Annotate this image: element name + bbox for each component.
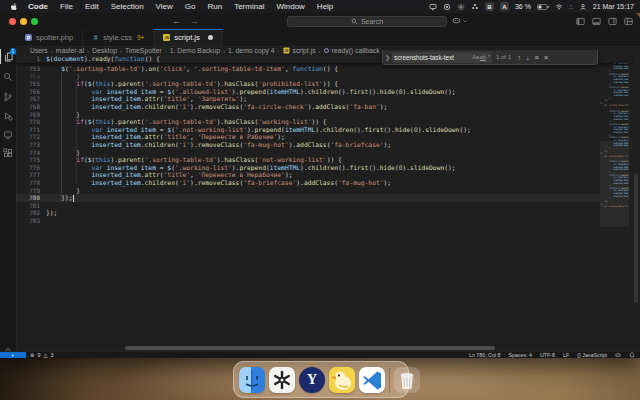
gear-icon[interactable] — [457, 3, 465, 11]
breadcrumb-item[interactable]: 1. Demo Backup — [170, 47, 220, 54]
app-b-icon[interactable]: B — [485, 2, 494, 11]
copilot-menu[interactable] — [452, 16, 468, 25]
code-row-782[interactable]: 782}); — [16, 209, 600, 217]
input-source-icon[interactable]: A — [500, 2, 509, 11]
close-window-button[interactable] — [9, 18, 16, 25]
remote-indicator[interactable] — [0, 352, 26, 358]
fan-icon[interactable] — [471, 3, 479, 11]
code-row-773[interactable]: 773 inserted_item.children('i').removeCl… — [16, 141, 600, 149]
toggle-panel-icon[interactable] — [592, 17, 601, 26]
code-row-777[interactable]: 777 inserted_item.attr('title', 'Перенес… — [16, 171, 600, 179]
match-case-toggle[interactable]: Aa — [472, 54, 478, 60]
toggle-sidebar-left-icon[interactable] — [576, 17, 585, 26]
code-row-767[interactable]: 767 inserted_item.attr('title', 'Запрети… — [16, 95, 600, 103]
minimize-window-button[interactable] — [20, 18, 27, 25]
menubar-item-run[interactable]: Run — [201, 2, 228, 11]
activity-item-remote-explorer[interactable] — [0, 127, 16, 142]
breadcrumb-item[interactable]: script.js — [293, 47, 316, 54]
go-back-icon[interactable]: ← — [172, 16, 181, 26]
display-icon[interactable] — [429, 3, 437, 11]
menubar-item-window[interactable]: Window — [270, 2, 310, 11]
menubar-item-help[interactable]: Help — [311, 2, 339, 11]
code-row-774[interactable]: 774 } — [16, 149, 600, 157]
control-center-icon[interactable] — [443, 3, 451, 11]
status-item-utf-8[interactable]: UTF-8 — [540, 352, 555, 358]
customize-layout-icon[interactable] — [624, 17, 633, 26]
hidden-icons-icon[interactable]: ∴ — [569, 3, 573, 10]
code-row-753[interactable]: 753 $('.sorting-table-td').on('click', '… — [16, 65, 600, 73]
status-item-ln-780-col-8[interactable]: Ln 780, Col 8 — [469, 352, 501, 358]
code-row-776[interactable]: 776 var inserted_item = $('.working-list… — [16, 164, 600, 172]
line-number: 1 — [16, 55, 46, 63]
dock-item-yandex-browser[interactable]: Y — [299, 367, 325, 393]
dock-item-vscode[interactable] — [359, 367, 385, 393]
activity-item-search[interactable] — [0, 69, 16, 84]
dock-item-cyberduck[interactable] — [329, 367, 355, 393]
activity-item-run-debug[interactable] — [0, 108, 16, 123]
menubar-item-selection[interactable]: Selection — [105, 2, 150, 11]
dock-item-trash[interactable] — [394, 367, 420, 393]
toggle-sidebar-right-icon[interactable] — [608, 17, 617, 26]
tab-style-css[interactable]: #style.css9+ — [83, 29, 154, 46]
code-row-764[interactable]: 764 } — [16, 73, 600, 81]
vertical-scrollbar[interactable] — [633, 55, 639, 345]
previous-match-icon[interactable]: ↑ — [518, 54, 522, 61]
find-in-selection-icon[interactable]: ≡ — [535, 54, 539, 61]
breadcrumb-item[interactable]: Desktop — [92, 47, 117, 54]
breadcrumb-item[interactable]: Users — [30, 47, 48, 54]
code-row-771[interactable]: 771 var inserted_item = $('.not-working-… — [16, 126, 600, 134]
regex-toggle[interactable]: .* — [487, 54, 490, 60]
menubar-item-code[interactable]: Code — [22, 2, 54, 11]
horizontal-scrollbar-thumb[interactable] — [125, 346, 495, 350]
user-icon[interactable] — [579, 3, 587, 11]
code-row-778[interactable]: 778 inserted_item.children('i').removeCl… — [16, 179, 600, 187]
wifi-icon[interactable] — [555, 3, 563, 11]
tab-script-js[interactable]: JSscript.js — [154, 29, 222, 46]
copilot-icon[interactable] — [615, 352, 621, 358]
command-center-search[interactable]: Search — [287, 16, 447, 27]
breadcrumb-item[interactable]: 1. demo copy 4 — [228, 47, 274, 54]
menubar-item-file[interactable]: File — [54, 2, 79, 11]
activity-item-extensions[interactable] — [0, 145, 16, 160]
code-row-770[interactable]: 770 if($(this).parent('.sorting-table-td… — [16, 118, 600, 126]
code-row-765[interactable]: 765 if($(this).parent('.sorting-table-td… — [16, 80, 600, 88]
code-row-783[interactable]: 783 — [16, 217, 600, 225]
breadcrumb-item[interactable]: TimeSpotter — [125, 47, 162, 54]
status-item-lf[interactable]: LF — [563, 352, 569, 358]
toggle-replace-icon[interactable]: ❯ — [383, 54, 392, 61]
menubar-item-go[interactable]: Go — [179, 2, 202, 11]
code-row-769[interactable]: 769 } — [16, 111, 600, 119]
apple-menu-icon[interactable] — [6, 2, 22, 12]
code-row-781[interactable]: 781 — [16, 202, 600, 210]
problems-indicator[interactable]: ⊗9 △3 — [26, 352, 53, 358]
status-item--javascript[interactable]: {} JavaScript — [577, 352, 607, 358]
code-row-775[interactable]: 775 if($(this).parent('.sorting-table-td… — [16, 156, 600, 164]
code-editor[interactable]: 753 $('.sorting-table-td').on('click', '… — [16, 65, 600, 224]
status-item-spaces-4[interactable]: Spaces: 4 — [508, 352, 532, 358]
code-row-766[interactable]: 766 var inserted_item = $('.allowed-list… — [16, 88, 600, 96]
dock-item-finder[interactable] — [239, 367, 265, 393]
code-row-779[interactable]: 779 } — [16, 187, 600, 195]
code-row-768[interactable]: 768 inserted_item.children('i').removeCl… — [16, 103, 600, 111]
code-row-780[interactable]: 780 }); — [16, 194, 600, 202]
tab-spotter-php[interactable]: Pspotter.php — [16, 29, 83, 46]
breadcrumb-item[interactable]: ready() callback — [332, 47, 380, 54]
maximize-window-button[interactable] — [31, 18, 38, 25]
go-forward-icon[interactable]: → — [190, 16, 199, 26]
minimap-slider[interactable] — [600, 141, 629, 227]
menubar-item-view[interactable]: View — [150, 2, 179, 11]
whole-word-toggle[interactable]: ab — [480, 54, 486, 61]
vertical-scrollbar-thumb[interactable] — [634, 173, 638, 303]
breadcrumb-item[interactable]: master-al — [56, 47, 84, 54]
menubar-clock[interactable]: 21 Mar 15:17 — [593, 3, 634, 10]
find-input[interactable]: screenshots-task-text Aa ab .* — [392, 52, 492, 63]
code-row-772[interactable]: 772 inserted_item.attr('title', 'Перенес… — [16, 133, 600, 141]
next-match-icon[interactable]: ↓ — [526, 54, 530, 61]
close-icon[interactable]: × — [544, 53, 549, 62]
bell-icon[interactable] — [629, 352, 635, 358]
activity-item-source-control[interactable] — [0, 89, 16, 104]
dock-item-chatgpt[interactable] — [269, 367, 295, 393]
activity-item-explorer[interactable]: 1 — [0, 49, 16, 64]
menubar-item-terminal[interactable]: Terminal — [228, 2, 270, 11]
menubar-item-edit[interactable]: Edit — [79, 2, 105, 11]
